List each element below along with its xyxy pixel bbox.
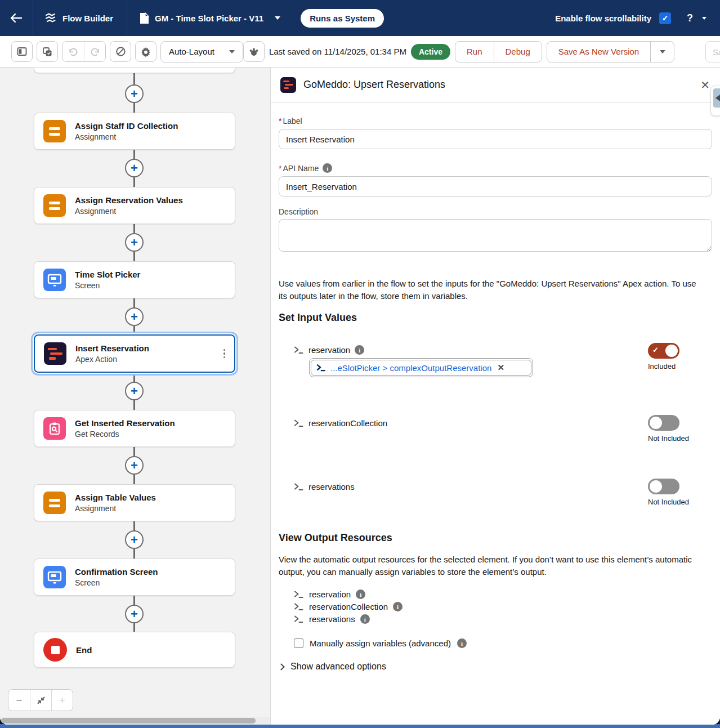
reservations-include-toggle[interactable] xyxy=(648,479,679,494)
save-caret-icon xyxy=(660,50,665,53)
end-icon xyxy=(43,638,67,662)
add-element-button[interactable]: + xyxy=(125,233,144,252)
label-field-label: *Label xyxy=(279,117,709,126)
label-input[interactable] xyxy=(279,129,712,149)
add-element-button[interactable]: + xyxy=(125,84,144,103)
add-element-button[interactable]: + xyxy=(125,382,144,400)
undo-button[interactable] xyxy=(62,42,84,61)
remove-value-button[interactable]: ✕ xyxy=(497,363,504,373)
flow-builder-brand: Flow Builder xyxy=(33,0,127,36)
apex-variable-icon xyxy=(294,346,304,354)
last-saved-text: Last saved on 11/14/2025, 01:34 PM xyxy=(269,47,406,56)
fit-to-view-button[interactable] xyxy=(30,690,51,711)
zoom-out-button[interactable]: − xyxy=(8,690,30,711)
apex-variable-icon xyxy=(294,615,304,623)
manual-assign-checkbox[interactable] xyxy=(294,638,303,648)
select-elements-button[interactable] xyxy=(37,41,58,62)
output-info-icon[interactable]: i xyxy=(356,589,365,599)
manual-assign-label: Manually assign variables (advanced) xyxy=(310,638,451,648)
output-info-icon[interactable]: i xyxy=(360,614,370,624)
toggle-element-panel-button[interactable] xyxy=(11,41,33,62)
reservation-include-toggle[interactable]: ✓ xyxy=(648,343,679,359)
input-row-reservations: reservations Not Included xyxy=(279,482,709,492)
node-partial[interactable] xyxy=(34,68,235,73)
save-button[interactable]: Save xyxy=(705,41,720,62)
add-element-button[interactable]: + xyxy=(125,530,144,549)
back-button[interactable] xyxy=(0,13,33,23)
apex-variable-icon xyxy=(316,364,326,372)
assignment-icon xyxy=(43,492,66,514)
flow-title: GM - Time Slot Picker - V11 xyxy=(155,14,263,23)
check-icon: ✓ xyxy=(652,346,659,354)
copy-elements-icon xyxy=(42,46,53,57)
node-label: Assign Staff ID Collection xyxy=(75,121,178,131)
output-row-reservation-collection: reservationCollection i xyxy=(294,602,709,611)
node-time-slot-picker[interactable]: Time Slot PickerScreen xyxy=(34,261,235,298)
description-textarea[interactable] xyxy=(279,219,712,252)
save-as-group: Save As New Version xyxy=(547,41,674,62)
reservation-value-combobox[interactable]: ...eSlotPicker > complexOutputReservatio… xyxy=(309,358,533,377)
save-as-new-version-button[interactable]: Save As New Version xyxy=(547,42,650,62)
document-icon xyxy=(140,12,149,24)
add-element-button[interactable]: + xyxy=(125,307,144,326)
manual-assign-row: Manually assign variables (advanced) i xyxy=(279,638,709,648)
output-info-icon[interactable]: i xyxy=(393,602,403,611)
app-header: Flow Builder GM - Time Slot Picker - V11… xyxy=(0,0,720,36)
show-advanced-label: Show advanced options xyxy=(290,662,386,672)
manual-assign-info-icon[interactable]: i xyxy=(457,638,467,648)
ban-icon xyxy=(115,46,126,57)
back-arrow-icon xyxy=(10,13,23,23)
node-assign-staff-id-collection[interactable]: Assign Staff ID CollectionAssignment xyxy=(34,113,235,150)
scrollbar-thumb[interactable] xyxy=(1,718,256,723)
node-type: Apex Action xyxy=(75,355,149,364)
screen-icon xyxy=(43,269,66,291)
layout-mode-select[interactable]: Auto-Layout xyxy=(160,41,243,62)
canvas-horizontal-scrollbar[interactable] xyxy=(0,717,270,725)
add-element-button[interactable]: + xyxy=(125,456,144,475)
flow-tests-button[interactable] xyxy=(243,41,265,62)
node-label: Confirmation Screen xyxy=(75,567,158,577)
api-name-info-icon[interactable]: i xyxy=(323,163,332,173)
reservation-info-icon[interactable]: i xyxy=(355,345,364,355)
api-name-input[interactable] xyxy=(279,176,712,196)
api-name-field-label: *API Name i xyxy=(279,163,709,173)
run-button[interactable]: Run xyxy=(455,42,494,62)
save-options-caret-button[interactable] xyxy=(650,42,674,62)
close-panel-button[interactable]: ✕ xyxy=(700,79,710,91)
output-row-reservations: reservations i xyxy=(294,614,709,624)
node-menu-button[interactable] xyxy=(223,349,226,359)
layout-select-caret-icon xyxy=(229,50,235,53)
window-bottom-strip xyxy=(0,724,720,728)
node-label: End xyxy=(76,645,92,655)
redo-button[interactable] xyxy=(84,42,105,61)
node-end[interactable]: End xyxy=(34,632,235,668)
node-type: Assignment xyxy=(75,504,156,513)
zoom-in-button[interactable]: + xyxy=(51,690,73,711)
collapse-panel-toggle[interactable] xyxy=(710,86,720,116)
input-row-reservation-collection: reservationCollection Not Included xyxy=(279,418,709,428)
node-assign-reservation-values[interactable]: Assign Reservation ValuesAssignment xyxy=(34,187,235,224)
flow-canvas[interactable]: + Assign Staff ID CollectionAssignment +… xyxy=(0,68,270,725)
add-element-button[interactable]: + xyxy=(125,605,144,623)
reservation-collection-include-toggle[interactable] xyxy=(648,415,679,431)
node-get-inserted-reservation[interactable]: Get Inserted ReservationGet Records xyxy=(34,410,235,447)
description-field-label: Description xyxy=(279,207,709,216)
node-insert-reservation-selected[interactable]: Insert ReservationApex Action xyxy=(34,334,235,373)
gomeddo-action-icon xyxy=(280,77,296,93)
add-element-button[interactable]: + xyxy=(125,159,144,177)
flow-title-menu[interactable]: GM - Time Slot Picker - V11 xyxy=(127,12,288,24)
assignment-icon xyxy=(43,194,66,217)
debug-button[interactable]: Debug xyxy=(494,42,542,62)
output-resources-list: reservation i reservationCollection i re… xyxy=(279,589,709,624)
output-name: reservation xyxy=(309,589,351,599)
reservation-value-pill: ...eSlotPicker > complexOutputReservatio… xyxy=(330,363,491,373)
show-advanced-options[interactable]: Show advanced options xyxy=(279,662,709,672)
node-assign-table-values[interactable]: Assign Table ValuesAssignment xyxy=(34,484,235,521)
node-confirmation-screen[interactable]: Confirmation ScreenScreen xyxy=(34,559,235,596)
scrollability-checkbox[interactable]: ✓ xyxy=(659,12,671,24)
collapse-chevron-button[interactable] xyxy=(713,88,720,108)
input-name: reservations xyxy=(308,482,355,492)
settings-button[interactable] xyxy=(135,41,156,62)
cut-connector-button[interactable] xyxy=(110,41,131,62)
help-menu[interactable]: ? xyxy=(687,12,706,24)
